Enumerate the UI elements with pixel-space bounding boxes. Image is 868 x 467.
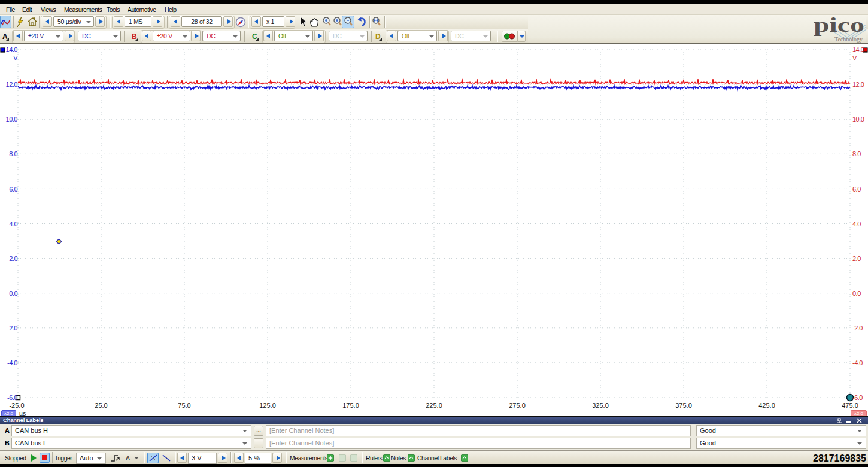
svg-text:Technology: Technology (834, 36, 863, 43)
svg-text:A: A (506, 35, 508, 38)
svg-text:pico: pico (814, 16, 864, 36)
